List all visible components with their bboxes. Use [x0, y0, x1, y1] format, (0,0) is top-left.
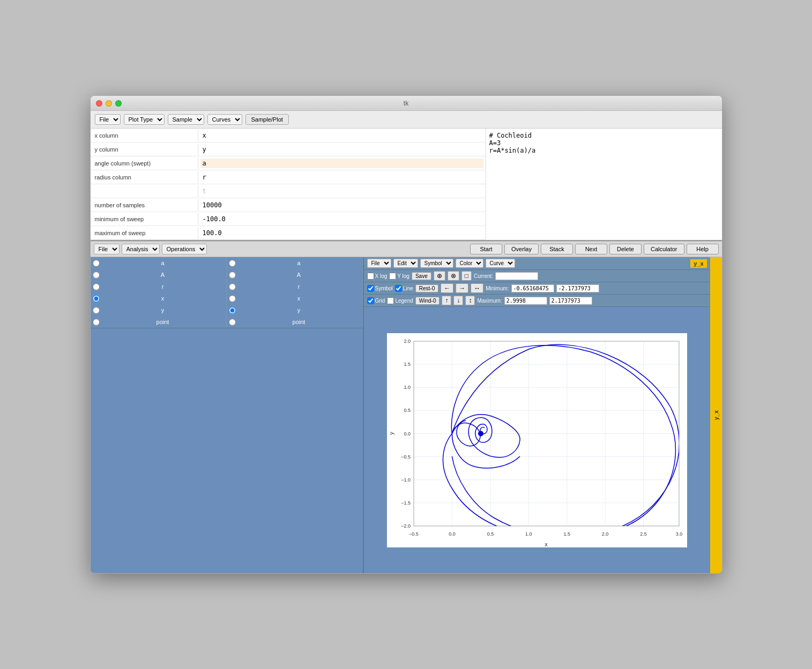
col-label-y-2: y: [238, 307, 360, 313]
grid-checkbox-label: Grid: [367, 297, 385, 304]
radio-a-2[interactable]: [229, 260, 236, 267]
current-value-input[interactable]: [495, 272, 538, 280]
min-sweep-input[interactable]: [200, 214, 483, 224]
maximize-button[interactable]: [115, 100, 122, 107]
left-arrow[interactable]: ←: [441, 283, 453, 293]
main-content: a A r x y: [91, 257, 722, 573]
list-item: A: [227, 269, 362, 281]
start-button[interactable]: Start: [470, 244, 502, 254]
svg-text:1.5: 1.5: [404, 362, 411, 367]
crosshair-button[interactable]: ⊕: [434, 271, 445, 281]
down-arrow[interactable]: ↓: [453, 296, 463, 305]
grid-checkbox[interactable]: [367, 297, 374, 304]
col-label-r-2: r: [238, 283, 360, 290]
overlay-button[interactable]: Overlay: [504, 244, 539, 254]
radio-a-1[interactable]: [93, 260, 100, 267]
help-button[interactable]: Help: [687, 244, 719, 254]
maximum-x-input[interactable]: [504, 297, 547, 305]
svg-text:−0.5: −0.5: [401, 454, 411, 459]
legend-checkbox[interactable]: [387, 297, 394, 304]
plot-controls-row3: Symbol Line Rest-0 ← → ↔ Minimum:: [364, 282, 710, 295]
line-checkbox[interactable]: [395, 285, 402, 292]
ylog-checkbox[interactable]: [389, 273, 396, 280]
list-item: y: [227, 304, 362, 316]
col-label-A-2: A: [238, 272, 360, 278]
minimum-y-input[interactable]: [556, 284, 599, 292]
up-arrow[interactable]: ↑: [442, 296, 451, 305]
radio-x-1[interactable]: [93, 295, 100, 302]
curves-select[interactable]: Curves: [207, 114, 242, 125]
save-button[interactable]: Save: [412, 272, 431, 280]
config-row-min-sweep: minimum of sweep: [91, 212, 486, 226]
radio-y-1[interactable]: [93, 307, 100, 314]
plot-type-select[interactable]: Plot Type: [124, 114, 165, 125]
radio-A-1[interactable]: [93, 272, 100, 279]
col-label-point-1: point: [102, 319, 224, 325]
x-column-label: x column: [91, 130, 198, 141]
radio-r-1[interactable]: [93, 283, 100, 290]
plot-file-select[interactable]: File: [367, 259, 391, 268]
calculator-button[interactable]: Calculator: [644, 244, 684, 254]
config-area: x column y column angle column (swept) r…: [91, 129, 722, 241]
plot-symbol-select[interactable]: Symbol: [420, 259, 453, 268]
svg-text:0.5: 0.5: [404, 408, 411, 413]
delete-button[interactable]: Delete: [609, 244, 642, 254]
minimum-x-input[interactable]: [511, 284, 554, 292]
lr-arrow[interactable]: ↔: [471, 283, 483, 293]
column-group-1: a A r x y: [91, 257, 227, 328]
right-arrow[interactable]: →: [456, 283, 468, 293]
y-column-input[interactable]: [200, 145, 483, 154]
y-column-value: [198, 144, 486, 155]
config-left: x column y column angle column (swept) r…: [91, 129, 486, 240]
plot-curve-select[interactable]: Curve: [486, 259, 515, 268]
file-select[interactable]: File: [95, 114, 121, 125]
y-x-label: y_x: [690, 259, 706, 268]
plot-color-select[interactable]: Color: [456, 259, 483, 268]
xlog-checkbox[interactable]: [367, 273, 374, 280]
chart-svg: −0.5 0.0 0.5 1.0 1.5 2.0 2.5 3.0 2.0 1.5…: [387, 333, 687, 547]
wind0-button[interactable]: Wind-0: [415, 297, 440, 305]
reset-button[interactable]: ⊗: [448, 271, 459, 281]
close-button[interactable]: [96, 100, 102, 107]
sample-select[interactable]: Sample: [168, 114, 204, 125]
rest0-button[interactable]: Rest-0: [415, 284, 438, 292]
svg-text:0.0: 0.0: [449, 531, 456, 537]
ud-arrow[interactable]: ↕: [465, 296, 475, 305]
plot-controls-row4: Grid Legend Wind-0 ↑ ↓ ↕ Maximum:: [364, 295, 710, 307]
mid-toolbar: File Analysis Operations Start Overlay S…: [91, 241, 722, 257]
stack-button[interactable]: Stack: [541, 244, 573, 254]
list-item: r: [91, 281, 226, 292]
list-item: A: [91, 269, 226, 281]
radio-point-2[interactable]: [229, 319, 236, 326]
svg-text:−1.0: −1.0: [401, 477, 411, 482]
config-code: # Cochleoid A=3 r=A*sin(a)/a: [486, 129, 722, 240]
radius-column-input[interactable]: [200, 172, 483, 182]
symbol-checkbox[interactable]: [367, 285, 374, 292]
config-row-samples: number of samples: [91, 198, 486, 212]
mid-file-select[interactable]: File: [94, 244, 120, 254]
radio-point-1[interactable]: [93, 319, 100, 326]
mid-analysis-select[interactable]: Analysis: [122, 244, 160, 254]
radio-A-2[interactable]: [229, 272, 236, 279]
angle-column-input[interactable]: [200, 159, 483, 168]
plot-edit-select[interactable]: Edit: [393, 259, 418, 268]
maximum-y-input[interactable]: [549, 297, 592, 305]
box-button[interactable]: □: [461, 271, 472, 281]
minimize-button[interactable]: [106, 100, 112, 107]
x-column-input[interactable]: [200, 131, 483, 140]
radio-r-2[interactable]: [229, 283, 236, 290]
col-label-a-1: a: [102, 260, 224, 266]
t-column-value: [198, 185, 486, 197]
radio-x-2[interactable]: [229, 295, 236, 302]
sample-plot-button[interactable]: Sample/Plot: [245, 114, 289, 125]
config-row-radius: radius column: [91, 170, 486, 184]
t-column-input[interactable]: [200, 186, 483, 196]
max-sweep-input[interactable]: [200, 228, 483, 238]
num-samples-input[interactable]: [200, 200, 483, 210]
main-window: tk File Plot Type Sample Curves Sample/P…: [90, 95, 722, 574]
svg-text:1.0: 1.0: [404, 385, 411, 390]
svg-text:1.5: 1.5: [563, 531, 570, 537]
next-button[interactable]: Next: [575, 244, 607, 254]
mid-operations-select[interactable]: Operations: [162, 244, 207, 254]
radio-y-2[interactable]: [229, 307, 236, 314]
